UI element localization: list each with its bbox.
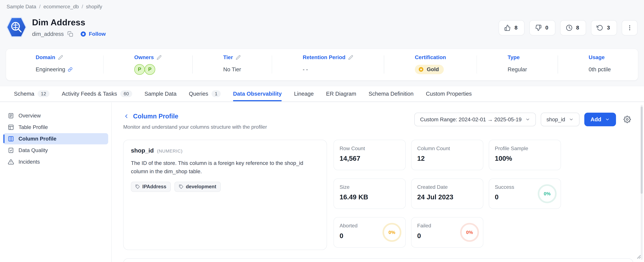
sidebar-item-column-profile[interactable]: Column Profile [3,133,108,144]
stat-column-count: Column Count 12 [411,140,484,170]
stat-success: Success 0 0% [489,178,561,209]
stat-created-date: Created Date 24 Jul 2023 [411,178,484,209]
chevron-left-icon [123,113,129,119]
copy-icon[interactable] [68,31,73,37]
tab-data-observability[interactable]: Data Observability [233,86,282,101]
stat-aborted: Aborted 0 0% [334,217,406,247]
more-options-button[interactable] [622,20,638,36]
tab-custom-properties[interactable]: Custom Properties [426,86,472,101]
divider [558,56,558,74]
edit-pencil-icon[interactable] [348,55,353,60]
tag-pill[interactable]: development [174,182,221,192]
app-window: Sample Data / ecommerce_db / shopify Dim… [0,0,644,262]
downvote-button[interactable]: 0 [530,20,555,36]
tab-label: Queries [189,91,208,97]
tab-schema[interactable]: Schema 12 [14,86,49,101]
certification-value: Gold [427,66,439,72]
divider [272,56,272,74]
tab-label: Custom Properties [426,91,472,97]
column-data-type: (NUMERIC) [157,148,182,154]
tab-label: Lineage [294,91,314,97]
tab-lineage[interactable]: Lineage [294,86,314,101]
content-area: Overview Table Profile Column Profile Da… [0,102,644,262]
sidebar-item-data-quality[interactable]: Data Quality [3,145,108,156]
add-button[interactable]: Add [584,113,616,126]
owner-avatar[interactable]: P [134,64,145,75]
sidebar-item-incidents[interactable]: Incidents [3,156,108,167]
breadcrumb-separator: / [39,4,40,10]
sidebar-item-label: Overview [18,113,41,119]
stat-value: 100% [495,155,555,162]
column-select-value: shop_id [546,117,565,123]
meta-type: Type Regular [508,54,527,75]
column-profile-panel: Column Profile Monitor and understand yo… [112,102,644,262]
edit-pencil-icon[interactable] [58,55,63,60]
divider [103,56,104,74]
aborted-percent-ring: 0% [382,223,402,242]
tab-queries[interactable]: Queries 1 [189,86,221,101]
entity-meta-bar: Domain Engineering Owners P P Tier [6,49,638,81]
tab-count-badge: 60 [120,90,132,97]
tag-pill[interactable]: IPAddress [131,182,171,192]
upvote-count: 8 [514,25,518,31]
next-section-card [123,258,633,262]
meta-domain: Domain Engineering [36,54,73,75]
scrollbar-thumb[interactable] [641,107,643,194]
tab-schema-definition[interactable]: Schema Definition [368,86,414,101]
stat-value: 24 Jul 2023 [417,193,478,201]
tag-label: development [186,184,216,190]
column-select-dropdown[interactable]: shop_id [541,113,579,126]
tab-label: Schema [14,91,34,97]
follow-star-icon [80,31,86,37]
meta-tier: Tier No Tier [223,54,241,75]
sidebar-item-table-profile[interactable]: Table Profile [3,122,108,133]
settings-button[interactable] [621,113,633,126]
version-history-button[interactable]: 3 [591,20,617,36]
watch-button[interactable]: 8 [560,20,586,36]
data-quality-icon [8,147,14,153]
tab-activity-feeds[interactable]: Activity Feeds & Tasks 60 [62,86,132,101]
certification-label: Certification [415,54,446,60]
panel-heading: Column Profile Monitor and understand yo… [123,113,267,130]
tab-count-badge: 12 [38,90,50,97]
tab-label: ER Diagram [326,91,356,97]
kebab-menu-icon [626,25,633,31]
date-range-dropdown[interactable]: Custom Range: 2024-02-01 → 2025-05-19 [414,113,536,126]
history-icon [597,25,603,31]
tab-label: Schema Definition [368,91,414,97]
table-fqn: dim_address [32,31,64,37]
tab-sample-data[interactable]: Sample Data [144,86,176,101]
overview-icon [8,113,14,119]
panel-title: Column Profile [133,113,178,120]
upvote-button[interactable]: 8 [499,20,524,36]
tab-count-badge: 1 [212,90,221,97]
profile-stats-grid: Row Count 14,567 Column Count 12 Profile… [334,140,561,250]
breadcrumb-item[interactable]: shopify [86,4,102,10]
owner-avatar[interactable]: P [144,64,155,75]
breadcrumb: Sample Data / ecommerce_db / shopify [6,4,102,10]
owners-label: Owners [134,54,154,60]
tier-label: Tier [223,54,233,60]
meta-usage: Usage 0th pctile [589,54,611,75]
domain-value[interactable]: Engineering [36,66,65,73]
breadcrumb-item[interactable]: ecommerce_db [43,4,79,10]
sidebar-item-label: Incidents [18,159,40,165]
retention-label: Retention Period [303,54,345,60]
stat-label: Size [340,184,400,190]
edit-pencil-icon[interactable] [236,55,241,60]
back-to-profile[interactable]: Column Profile [123,113,267,120]
breadcrumb-item[interactable]: Sample Data [6,4,36,10]
edit-pencil-icon[interactable] [157,55,162,60]
stat-value: 14,567 [340,155,400,162]
follow-button[interactable]: Follow [80,31,106,37]
tab-er-diagram[interactable]: ER Diagram [326,86,356,101]
sidebar-item-overview[interactable]: Overview [3,110,108,121]
meta-owners: Owners P P [134,54,162,75]
stat-value: 12 [417,155,478,162]
column-summary-card: shop_id (NUMERIC) The ID of the store. T… [123,140,327,250]
resize-handle-icon [637,255,641,259]
type-label: Type [508,54,520,60]
downvote-count: 0 [546,25,548,31]
tab-label: Data Observability [233,91,282,97]
type-value: Regular [508,66,527,73]
